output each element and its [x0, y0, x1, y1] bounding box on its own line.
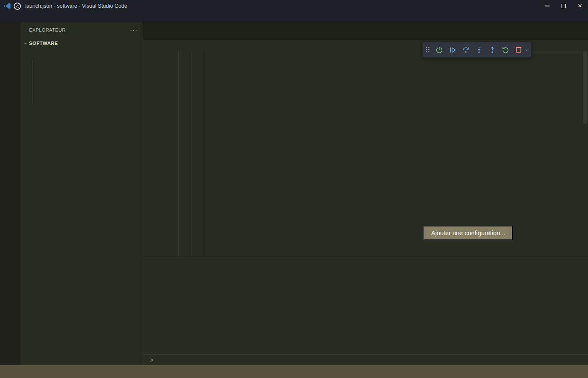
- file-tree: [21, 49, 143, 365]
- add-configuration-button[interactable]: Ajouter une configuration...: [423, 226, 513, 240]
- workspace-name: SOFTWARE: [29, 41, 58, 46]
- bottom-panel: >: [143, 257, 588, 365]
- maximize-button[interactable]: [556, 0, 572, 12]
- minimize-button[interactable]: [539, 0, 556, 12]
- workspace-section-header[interactable]: › SOFTWARE: [21, 37, 143, 49]
- window-title: launch.json - software - Visual Studio C…: [25, 3, 127, 9]
- explorer-sidebar: EXPLORATEUR ··· › SOFTWARE: [21, 22, 143, 365]
- menu-bar: [0, 12, 588, 22]
- explorer-more-actions[interactable]: ···: [130, 26, 138, 33]
- restart-button[interactable]: [500, 44, 511, 56]
- explorer-title: EXPLORATEUR: [29, 27, 66, 32]
- vscode-logo-icon: [3, 2, 11, 10]
- stop-button[interactable]: [513, 44, 524, 56]
- minimap[interactable]: [529, 51, 581, 54]
- status-bar: [0, 365, 588, 378]
- close-button[interactable]: ×: [572, 0, 588, 12]
- step-out-button[interactable]: [486, 44, 498, 56]
- toolbar-drag-handle[interactable]: [426, 47, 430, 53]
- code-editor[interactable]: [143, 51, 588, 257]
- title-bar: launch.json - software - Visual Studio C…: [0, 0, 588, 12]
- session-power-button[interactable]: [433, 44, 445, 56]
- activity-bar: [0, 22, 21, 365]
- debug-console-output[interactable]: [143, 272, 588, 354]
- tree-indent-guide: [32, 60, 32, 105]
- vscode-window: launch.json - software - Visual Studio C…: [0, 0, 588, 378]
- step-into-button[interactable]: [473, 44, 485, 56]
- panel-tab-row: [143, 257, 588, 272]
- editor-group: › Ajouter une configuration...: [143, 22, 588, 257]
- debug-console-input[interactable]: >: [143, 354, 588, 365]
- editor-scrollbar[interactable]: [582, 51, 588, 235]
- chevron-down-icon: ›: [23, 40, 29, 47]
- step-over-button[interactable]: [460, 44, 471, 56]
- tab-bar: [143, 22, 588, 40]
- continue-button[interactable]: [447, 44, 458, 56]
- toolbar-more-chevron-icon[interactable]: ›: [524, 49, 530, 51]
- console-prompt-icon: >: [150, 357, 153, 363]
- app-icon: [14, 3, 21, 10]
- debug-toolbar: ›: [422, 42, 532, 58]
